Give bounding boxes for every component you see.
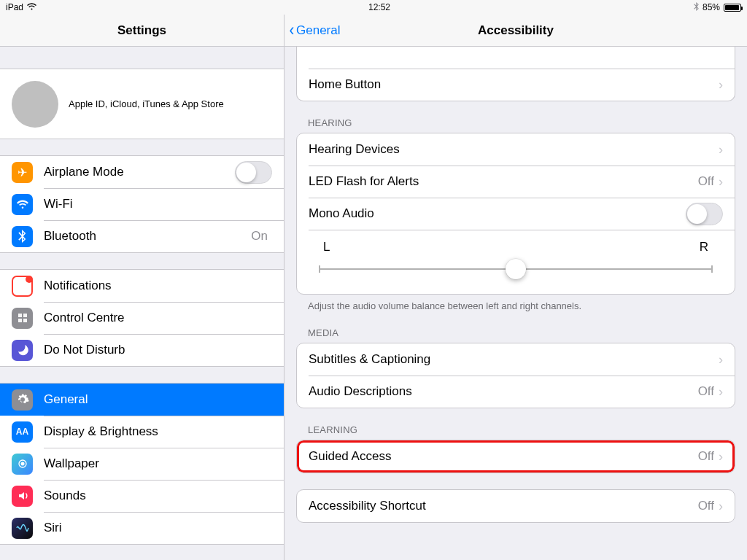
wifi-row[interactable]: Wi-Fi xyxy=(0,188,284,220)
device-name: iPad xyxy=(6,2,23,12)
media-header: MEDIA xyxy=(285,327,747,343)
settings-sidebar: Settings Apple ID, iCloud, iTunes & App … xyxy=(0,15,285,560)
mono-audio-row[interactable]: Mono Audio xyxy=(297,198,735,230)
hearing-devices-row[interactable]: Hearing Devices xyxy=(297,133,735,166)
notifications-label: Notifications xyxy=(44,279,272,293)
battery-percent: 85% xyxy=(703,2,720,12)
detail-navbar: ‹ General Accessibility xyxy=(285,15,747,47)
audio-balance-row[interactable]: L R xyxy=(297,230,735,294)
balance-slider-knob[interactable] xyxy=(506,259,526,279)
wifi-icon xyxy=(27,3,36,12)
airplane-mode-label: Airplane Mode xyxy=(44,165,235,179)
status-time: 12:52 xyxy=(6,2,747,12)
chevron-right-icon xyxy=(719,142,723,158)
dnd-row[interactable]: Do Not Disturb xyxy=(0,334,284,366)
avatar xyxy=(12,81,58,128)
home-button-row[interactable]: Home Button xyxy=(297,69,735,101)
bluetooth-value: On xyxy=(251,229,268,244)
accessibility-shortcut-row[interactable]: Accessibility Shortcut Off xyxy=(297,490,735,522)
chevron-left-icon: ‹ xyxy=(290,21,295,39)
control-centre-label: Control Centre xyxy=(44,311,272,325)
svg-point-1 xyxy=(20,462,24,466)
siri-label: Siri xyxy=(44,521,272,535)
gear-icon xyxy=(12,389,33,411)
airplane-mode-switch[interactable] xyxy=(235,161,272,184)
chevron-right-icon xyxy=(719,352,723,368)
wallpaper-label: Wallpaper xyxy=(44,456,272,471)
mono-audio-switch[interactable] xyxy=(686,203,723,225)
learning-header: LEARNING xyxy=(285,424,747,440)
wallpaper-row[interactable]: Wallpaper xyxy=(0,448,284,480)
bluetooth-icon xyxy=(694,2,699,12)
accessibility-shortcut-value: Off xyxy=(698,499,714,513)
balance-left-label: L xyxy=(323,240,330,254)
bluetooth-row[interactable]: Bluetooth On xyxy=(0,220,284,252)
general-label: General xyxy=(44,392,272,407)
led-flash-value: Off xyxy=(698,174,714,189)
subtitles-row[interactable]: Subtitles & Captioning xyxy=(297,343,735,376)
dnd-label: Do Not Disturb xyxy=(44,343,272,357)
display-icon: AA xyxy=(12,421,33,443)
sounds-icon xyxy=(12,486,33,507)
status-bar: iPad 12:52 85% xyxy=(0,0,747,15)
detail-pane: ‹ General Accessibility Home Button HEAR… xyxy=(285,15,747,560)
airplane-icon: ✈ xyxy=(12,162,33,183)
audio-descriptions-value: Off xyxy=(698,384,714,399)
home-button-label: Home Button xyxy=(309,77,719,92)
led-flash-label: LED Flash for Alerts xyxy=(309,174,698,189)
bluetooth-icon xyxy=(12,226,33,247)
sounds-label: Sounds xyxy=(44,489,272,503)
prior-row-cutoff xyxy=(297,47,735,69)
siri-row[interactable]: Siri xyxy=(0,512,284,544)
chevron-right-icon xyxy=(719,449,723,464)
dnd-icon xyxy=(12,340,33,361)
sidebar-title: Settings xyxy=(117,23,166,38)
apple-id-row[interactable]: Apple ID, iCloud, iTunes & App Store xyxy=(0,69,284,139)
chevron-right-icon xyxy=(719,174,723,190)
guided-access-label: Guided Access xyxy=(309,449,698,464)
wifi-label: Wi-Fi xyxy=(44,197,268,211)
guided-access-row[interactable]: Guided Access Off xyxy=(297,440,735,472)
hearing-header: HEARING xyxy=(285,117,747,133)
mono-audio-label: Mono Audio xyxy=(309,206,686,221)
apple-id-label: Apple ID, iCloud, iTunes & App Store xyxy=(69,98,224,109)
bluetooth-label: Bluetooth xyxy=(44,229,251,244)
general-row[interactable]: General xyxy=(0,384,284,416)
notifications-icon xyxy=(12,276,33,297)
hearing-devices-label: Hearing Devices xyxy=(309,142,719,157)
detail-title: Accessibility xyxy=(478,23,554,38)
hearing-footer: Adjust the audio volume balance between … xyxy=(285,295,747,311)
audio-descriptions-row[interactable]: Audio Descriptions Off xyxy=(297,376,735,408)
chevron-right-icon xyxy=(719,77,723,93)
airplane-mode-row[interactable]: ✈ Airplane Mode xyxy=(0,156,284,188)
sounds-row[interactable]: Sounds xyxy=(0,480,284,512)
display-brightness-label: Display & Brightness xyxy=(44,424,272,439)
siri-icon xyxy=(12,518,33,539)
wifi-icon xyxy=(12,194,33,215)
battery-icon xyxy=(724,4,741,12)
subtitles-label: Subtitles & Captioning xyxy=(309,352,719,367)
display-brightness-row[interactable]: AA Display & Brightness xyxy=(0,416,284,448)
control-centre-row[interactable]: Control Centre xyxy=(0,302,284,334)
wallpaper-icon xyxy=(12,454,33,475)
accessibility-shortcut-label: Accessibility Shortcut xyxy=(309,499,698,513)
guided-access-value: Off xyxy=(698,449,714,464)
notifications-row[interactable]: Notifications xyxy=(0,270,284,302)
chevron-right-icon xyxy=(719,499,723,514)
back-label: General xyxy=(296,23,340,38)
chevron-right-icon xyxy=(719,384,723,400)
sidebar-navbar: Settings xyxy=(0,15,284,47)
led-flash-row[interactable]: LED Flash for Alerts Off xyxy=(297,166,735,198)
back-button[interactable]: ‹ General xyxy=(289,15,340,47)
balance-right-label: R xyxy=(700,240,708,254)
audio-descriptions-label: Audio Descriptions xyxy=(309,384,698,399)
control-centre-icon xyxy=(12,308,33,329)
